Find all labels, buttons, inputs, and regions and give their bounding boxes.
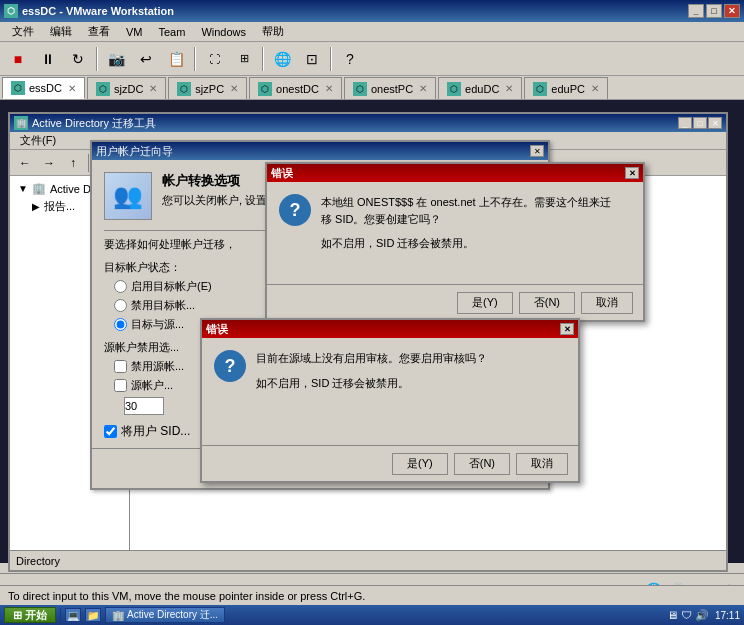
error2-text: 目前在源域上没有启用审核。您要启用审核吗？ 如不启用，SID 迁移会被禁用。 (256, 350, 487, 391)
menu-team[interactable]: Team (151, 24, 194, 40)
start-icon: ⊞ (13, 609, 22, 622)
menu-view[interactable]: 查看 (80, 22, 118, 41)
wizard-titlebar: 用户帐户迁向导 ✕ (92, 142, 548, 160)
tab-onestpc-icon: ⬡ (353, 82, 367, 96)
tray-sound[interactable]: 🔊 (695, 609, 709, 622)
tab-sjzpc-close[interactable]: ✕ (230, 83, 238, 94)
tab-edudc[interactable]: ⬡ eduDC ✕ (438, 77, 522, 99)
error1-yes-button[interactable]: 是(Y) (457, 292, 513, 314)
tab-edupc-icon: ⬡ (533, 82, 547, 96)
tab-edupc-close[interactable]: ✕ (591, 83, 599, 94)
taskbar-ad-item[interactable]: 🏢 Active Directory 迁... (105, 607, 225, 623)
ad-toolbar-sep (88, 154, 89, 172)
error2-yes-button[interactable]: 是(Y) (392, 453, 448, 475)
maximize-button[interactable]: □ (706, 4, 722, 18)
menu-file[interactable]: 文件 (4, 22, 42, 41)
tab-sjzpc[interactable]: ⬡ sjzPC ✕ (168, 77, 247, 99)
sys-tray: 🖥 🛡 🔊 (667, 609, 709, 622)
pause-btn[interactable]: ⏸ (34, 46, 62, 72)
error1-close[interactable]: ✕ (625, 167, 639, 179)
titlebar-buttons: _ □ ✕ (688, 4, 740, 18)
help-btn[interactable]: ? (336, 46, 364, 72)
radio-enable-input[interactable] (114, 280, 127, 293)
error1-cancel-button[interactable]: 取消 (581, 292, 633, 314)
menu-edit[interactable]: 编辑 (42, 22, 80, 41)
check-source-input[interactable] (114, 379, 127, 392)
error2-close[interactable]: ✕ (560, 323, 574, 335)
taskbar-time: 17:11 (715, 610, 740, 621)
toolbar-sep2 (194, 47, 196, 71)
error2-cancel-button[interactable]: 取消 (516, 453, 568, 475)
ad-titlebar-buttons: _ □ ✕ (678, 117, 722, 129)
start-button[interactable]: ⊞ 开始 (4, 607, 56, 623)
error2-titlebar: 错误 ✕ (202, 320, 578, 338)
tab-onestpc-close[interactable]: ✕ (419, 83, 427, 94)
tab-essdc-label: essDC (29, 82, 62, 94)
error2-icon: ? (214, 350, 246, 382)
check-disable-input[interactable] (114, 360, 127, 373)
taskbar-right: 🖥 🛡 🔊 17:11 (667, 609, 740, 622)
tray-security[interactable]: 🛡 (681, 609, 692, 621)
tab-onestdc[interactable]: ⬡ onestDC ✕ (249, 77, 342, 99)
snapmanager-btn[interactable]: 📋 (162, 46, 190, 72)
taskbar-pc-icon[interactable]: 💻 (65, 608, 81, 622)
snap-btn[interactable]: 📷 (102, 46, 130, 72)
wizard-close-button[interactable]: ✕ (530, 145, 544, 157)
tray-network[interactable]: 🖥 (667, 609, 678, 621)
tab-edudc-close[interactable]: ✕ (505, 83, 513, 94)
tab-onestdc-icon: ⬡ (258, 82, 272, 96)
check-sid-input[interactable] (104, 425, 117, 438)
ad-up[interactable]: ↑ (62, 153, 84, 173)
close-button[interactable]: ✕ (724, 4, 740, 18)
error-dialog-2: 错误 ✕ ? 目前在源域上没有启用审核。您要启用审核吗？ 如不启用，SID 迁移… (200, 318, 580, 483)
tab-edupc[interactable]: ⬡ eduPC ✕ (524, 77, 608, 99)
bottom-status-message: To direct input to this VM, move the mou… (0, 585, 744, 605)
ad-maximize[interactable]: □ (693, 117, 707, 129)
taskbar-sep (60, 608, 61, 622)
radio-same-input[interactable] (114, 318, 127, 331)
tab-edudc-label: eduDC (465, 83, 499, 95)
error2-title: 错误 (206, 322, 228, 337)
minimize-button[interactable]: _ (688, 4, 704, 18)
wizard-header-image: 👥 (104, 172, 152, 220)
menu-bar: 文件 编辑 查看 VM Team Windows 帮助 (0, 22, 744, 42)
ad-menu-file[interactable]: 文件(F) (14, 132, 62, 149)
usb-btn[interactable]: ⊡ (298, 46, 326, 72)
menu-help[interactable]: 帮助 (254, 22, 292, 41)
ad-title: Active Directory 迁移工具 (32, 116, 156, 131)
tab-essdc-close[interactable]: ✕ (68, 83, 76, 94)
reset-btn[interactable]: ↻ (64, 46, 92, 72)
ad-back[interactable]: ← (14, 153, 36, 173)
fullscreen-btn[interactable]: ⛶ (200, 46, 228, 72)
ad-close[interactable]: ✕ (708, 117, 722, 129)
tab-essdc-icon: ⬡ (11, 81, 25, 95)
menu-windows[interactable]: Windows (193, 24, 254, 40)
ad-forward[interactable]: → (38, 153, 60, 173)
taskbar-folder-icon[interactable]: 📁 (85, 608, 101, 622)
toolbar-sep3 (262, 47, 264, 71)
check-disable-label: 禁用源帐... (131, 359, 184, 374)
ad-minimize[interactable]: _ (678, 117, 692, 129)
network-btn[interactable]: 🌐 (268, 46, 296, 72)
tab-edupc-label: eduPC (551, 83, 585, 95)
power-btn[interactable]: ■ (4, 46, 32, 72)
error1-no-button[interactable]: 否(N) (519, 292, 575, 314)
radio-disable-input[interactable] (114, 299, 127, 312)
wizard-days-input[interactable] (124, 397, 164, 415)
tab-onestdc-close[interactable]: ✕ (325, 83, 333, 94)
bottom-msg-text: To direct input to this VM, move the mou… (8, 590, 365, 602)
tab-onestpc[interactable]: ⬡ onestPC ✕ (344, 77, 436, 99)
error1-text: 本地组 ONEST$$$ 在 onest.net 上不存在。需要这个组来迁 移 … (321, 194, 611, 252)
tab-sjzdc-label: sjzDC (114, 83, 143, 95)
error2-no-button[interactable]: 否(N) (454, 453, 510, 475)
vmware-icon: ⬡ (4, 4, 18, 18)
start-label: 开始 (25, 608, 47, 623)
toolbar-sep1 (96, 47, 98, 71)
menu-vm[interactable]: VM (118, 24, 151, 40)
tab-sjzdc[interactable]: ⬡ sjzDC ✕ (87, 77, 166, 99)
tab-essdc[interactable]: ⬡ essDC ✕ (2, 77, 85, 99)
revert-btn[interactable]: ↩ (132, 46, 160, 72)
quickswitch-btn[interactable]: ⊞ (230, 46, 258, 72)
tab-sjzdc-close[interactable]: ✕ (149, 83, 157, 94)
error2-line3: 如不启用，SID 迁移会被禁用。 (256, 375, 487, 392)
